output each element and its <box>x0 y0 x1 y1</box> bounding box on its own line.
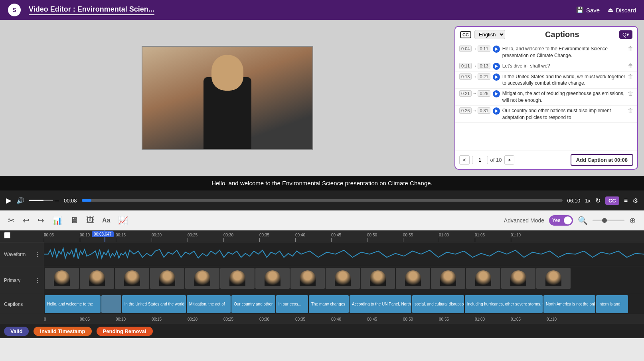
cc-badge: CC <box>460 31 471 38</box>
thumb-3[interactable] <box>115 268 149 289</box>
chart-tool[interactable]: 📊 <box>52 216 62 225</box>
volume-button[interactable]: 🔊 <box>16 197 24 204</box>
delete-caption-2[interactable]: 🗑 <box>628 73 633 80</box>
primary-track: Primary ⋮ <box>0 266 644 294</box>
app-logo: S <box>8 4 21 16</box>
toolbar-right: Advanced Mode Yes 🔍 ⊕ <box>504 215 636 226</box>
prev-page-button[interactable]: < <box>459 155 470 165</box>
save-icon: 💾 <box>576 6 584 14</box>
zoom-in-button[interactable]: ⊕ <box>629 216 636 225</box>
valid-badge[interactable]: Valid <box>4 327 29 336</box>
caption-chip-4[interactable]: in our ecos... <box>276 295 308 313</box>
controls-bar: ▶ 🔊 — 00:08 06:10 1x ↻ CC ≡ ⚙ <box>0 190 644 210</box>
scissors-tool[interactable]: ✂ <box>8 216 15 225</box>
undo-button[interactable]: ↩ <box>23 216 30 225</box>
caption-text-0: Hello, and welcome to the Environmental … <box>502 46 625 59</box>
thumb-2[interactable] <box>80 268 114 289</box>
caption-chip-9[interactable]: North America is not the only <box>543 295 595 313</box>
thumb-9[interactable] <box>326 268 360 289</box>
play-caption-4[interactable] <box>493 107 500 115</box>
search-button[interactable]: Q▾ <box>619 30 632 39</box>
next-page-button[interactable]: > <box>504 155 515 165</box>
caption-chip-1[interactable]: in the United States and the world, we <box>122 295 186 313</box>
status-row: Valid Invalid Timestamp Pending Removal <box>0 324 644 338</box>
progress-fill <box>82 199 91 202</box>
thumb-1[interactable] <box>45 268 79 289</box>
time-range-0: 0:04 → 0:11 <box>459 46 490 52</box>
play-caption-1[interactable] <box>493 63 500 70</box>
add-caption-button[interactable]: Add Caption at 00:08 <box>571 154 633 166</box>
progress-bar[interactable] <box>82 199 563 202</box>
delete-caption-3[interactable]: 🗑 <box>628 90 633 97</box>
thumb-4[interactable] <box>150 268 184 289</box>
caption-chip-10[interactable]: Intern island <box>596 295 628 313</box>
volume-slider[interactable] <box>29 200 53 201</box>
thumb-7[interactable] <box>255 268 290 289</box>
caption-item: 0:04 → 0:11 Hello, and welcome to the En… <box>455 44 637 61</box>
thumb-15[interactable] <box>536 268 571 289</box>
zoom-slider[interactable] <box>593 220 624 221</box>
timeline-checkbox[interactable] <box>4 232 10 238</box>
graph-tool[interactable]: 📈 <box>118 216 128 225</box>
total-time-display: 06:10 <box>567 198 581 204</box>
caption-chip-8[interactable]: including hurricanes, other severe storm… <box>465 295 543 313</box>
waveform-menu-icon[interactable]: ⋮ <box>35 252 40 257</box>
toggle-yes-label: Yes <box>552 218 561 223</box>
redo-button[interactable]: ↪ <box>38 216 44 225</box>
settings-button[interactable]: ⚙ <box>632 197 638 204</box>
caption-chip-empty[interactable] <box>101 295 121 313</box>
thumb-5[interactable] <box>185 268 219 289</box>
caption-text-1: Let's dive in, shall we? <box>502 63 625 69</box>
delete-caption-1[interactable]: 🗑 <box>628 63 633 69</box>
video-preview[interactable] <box>142 46 313 150</box>
list-button[interactable]: ≡ <box>624 197 628 204</box>
caption-chip-6[interactable]: According to the UN Panel, North America <box>350 295 411 313</box>
play-caption-2[interactable] <box>493 73 500 81</box>
caption-chip-0[interactable]: Hello, and welcome to the <box>45 295 101 313</box>
caption-chip-5[interactable]: The many changes <box>309 295 349 313</box>
primary-menu-icon[interactable]: ⋮ <box>35 278 40 283</box>
pending-removal-badge[interactable]: Pending Removal <box>97 327 153 336</box>
waveform-content <box>44 242 644 266</box>
text-tool[interactable]: Aa <box>102 217 110 224</box>
thumb-14[interactable] <box>501 268 535 289</box>
thumb-6[interactable] <box>220 268 255 289</box>
discard-button[interactable]: ⏏ Discard <box>608 6 636 14</box>
save-button[interactable]: 💾 Save <box>576 6 600 14</box>
current-time-display: 00:08 <box>64 198 77 204</box>
delete-caption-0[interactable]: 🗑 <box>628 46 633 52</box>
caption-item: 0:13 → 0:21 In the United States and the… <box>455 72 637 89</box>
play-caption-3[interactable] <box>493 90 500 97</box>
waveform-label: Waveform ⋮ <box>0 242 44 266</box>
play-pause-button[interactable]: ▶ <box>6 196 12 205</box>
thumb-13[interactable] <box>466 268 500 289</box>
video-area <box>0 20 454 176</box>
thumb-10[interactable] <box>361 268 395 289</box>
caption-chip-3[interactable]: Our country and other <box>231 295 275 313</box>
editor-toolbar: ✂ ↩ ↪ 📊 🖥 🖼 Aa 📈 Advanced Mode Yes 🔍 ⊕ <box>0 210 644 230</box>
thumb-12[interactable] <box>431 268 465 289</box>
delete-caption-4[interactable]: 🗑 <box>628 107 633 114</box>
thumb-11[interactable] <box>396 268 430 289</box>
video-frame <box>142 47 312 149</box>
advanced-mode-toggle[interactable]: Yes <box>549 215 573 226</box>
language-select[interactable]: English <box>474 30 505 39</box>
play-caption-0[interactable] <box>493 46 500 53</box>
caption-chip-7[interactable]: social, and cultural disruption from <box>412 295 464 313</box>
loop-button[interactable]: ↻ <box>595 197 601 204</box>
caption-chip-2[interactable]: Mitigation, the act of <box>187 295 231 313</box>
time-range-4: 0:26 → 0:31 <box>459 107 490 114</box>
captions-list: 0:04 → 0:11 Hello, and welcome to the En… <box>455 42 637 151</box>
image-tool[interactable]: 🖼 <box>86 216 94 225</box>
cc-toggle-button[interactable]: CC <box>605 196 619 205</box>
page-number-input[interactable] <box>472 156 488 164</box>
page-title: Video Editor : Environmental Scien... <box>29 5 154 15</box>
captions-header: CC English Captions Q▾ <box>455 27 637 42</box>
speed-button[interactable]: 1x <box>585 198 591 204</box>
invalid-timestamp-badge[interactable]: Invalid Timestamp <box>34 327 91 336</box>
thumb-8[interactable] <box>290 268 325 289</box>
playhead-line: 00:08.647 <box>105 230 105 242</box>
screen-tool[interactable]: 🖥 <box>70 216 78 225</box>
time-range-2: 0:13 → 0:21 <box>459 73 490 80</box>
zoom-out-button[interactable]: 🔍 <box>578 216 588 225</box>
